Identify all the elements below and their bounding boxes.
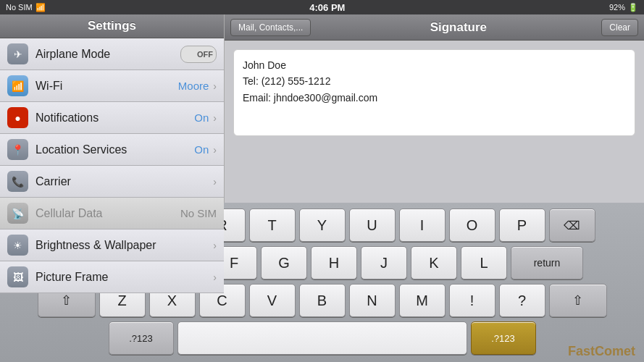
key-space[interactable] xyxy=(177,321,467,355)
right-header: Mail, Contacts,... Signature Clear xyxy=(225,14,644,41)
settings-item-brightness[interactable]: ☀ Brightness & Wallpaper › xyxy=(0,230,224,261)
wifi-value: Moore xyxy=(178,80,209,92)
key-backspace[interactable]: ⌫ xyxy=(549,209,595,242)
notifications-icon: ● xyxy=(7,107,28,128)
cellular-icon: 📡 xyxy=(7,203,28,224)
location-chevron: › xyxy=(213,144,217,156)
key-v[interactable]: V xyxy=(249,284,296,317)
battery-icon: 🔋 xyxy=(628,3,638,12)
notifications-value: On xyxy=(194,111,209,124)
battery-label: 92% xyxy=(609,3,625,12)
key-k[interactable]: K xyxy=(411,246,457,279)
key-u[interactable]: U xyxy=(349,209,396,242)
settings-item-location[interactable]: 📍 Location Services On › xyxy=(0,134,224,166)
key-n[interactable]: N xyxy=(349,284,396,317)
right-panel: Mail, Contacts,... Signature Clear John … xyxy=(225,14,644,203)
airplane-icon: ✈ xyxy=(7,43,28,64)
key-i[interactable]: I xyxy=(399,209,446,242)
key-shift-right[interactable]: ⇧ xyxy=(549,284,607,317)
settings-item-pictureframe[interactable]: 🖼 Picture Frame › xyxy=(0,261,224,293)
panel-title: Signature xyxy=(315,20,601,35)
status-bar: No SIM 📶 4:06 PM 92% 🔋 xyxy=(0,0,644,14)
carrier-chevron: › xyxy=(213,176,217,188)
pictureframe-label: Picture Frame xyxy=(35,271,209,284)
brightness-icon: ☀ xyxy=(7,235,28,256)
settings-item-airplane[interactable]: ✈ Airplane Mode OFF xyxy=(0,38,224,70)
location-icon: 📍 xyxy=(7,139,28,160)
key-h[interactable]: H xyxy=(311,246,357,279)
signature-line2: Tel: (212) 555-1212 xyxy=(243,73,626,89)
settings-item-carrier[interactable]: 📞 Carrier › xyxy=(0,166,224,198)
airplane-toggle[interactable]: OFF xyxy=(180,46,217,63)
location-label: Location Services xyxy=(35,143,194,156)
key-g[interactable]: G xyxy=(261,246,307,279)
notifications-label: Notifications xyxy=(35,111,194,125)
key-o[interactable]: O xyxy=(449,209,495,242)
pictureframe-chevron: › xyxy=(213,272,217,283)
key-return[interactable]: return xyxy=(511,246,583,279)
cellular-label: Cellular Data xyxy=(35,207,180,220)
carrier-label: Carrier xyxy=(35,175,209,188)
key-numbers-left[interactable]: .?123 xyxy=(109,321,174,355)
cellular-value: No SIM xyxy=(180,207,217,219)
key-p[interactable]: P xyxy=(499,209,545,242)
mail-contacts-tab[interactable]: Mail, Contacts,... xyxy=(230,19,311,36)
status-right: 92% 🔋 xyxy=(609,3,638,12)
key-m[interactable]: M xyxy=(399,284,446,317)
key-question[interactable]: ? xyxy=(499,284,545,317)
key-j[interactable]: J xyxy=(361,246,407,279)
settings-item-wifi[interactable]: 📶 Wi-Fi Moore › xyxy=(0,70,224,102)
settings-panel: Settings ✈ Airplane Mode OFF 📶 Wi-Fi Moo… xyxy=(0,14,225,203)
brightness-label: Brightness & Wallpaper xyxy=(35,239,209,252)
wifi-chevron: › xyxy=(213,80,217,92)
key-y[interactable]: Y xyxy=(299,209,346,242)
key-l[interactable]: L xyxy=(461,246,507,279)
key-exclaim[interactable]: ! xyxy=(449,284,495,317)
settings-header: Settings xyxy=(0,14,224,38)
carrier-label: No SIM xyxy=(6,3,33,12)
time-label: 4:06 PM xyxy=(309,2,345,13)
key-b[interactable]: B xyxy=(299,284,346,317)
main-area: Settings ✈ Airplane Mode OFF 📶 Wi-Fi Moo… xyxy=(0,14,644,203)
key-t[interactable]: T xyxy=(249,209,296,242)
notifications-chevron: › xyxy=(213,112,217,124)
brightness-chevron: › xyxy=(213,240,217,251)
settings-item-notifications[interactable]: ● Notifications On › xyxy=(0,102,224,134)
airplane-label: Airplane Mode xyxy=(35,48,180,61)
carrier-icon: 📞 xyxy=(7,171,28,192)
signature-line1: John Doe xyxy=(243,57,626,73)
settings-list: ✈ Airplane Mode OFF 📶 Wi-Fi Moore › ● xyxy=(0,38,224,293)
location-value: On xyxy=(194,143,209,156)
clear-button[interactable]: Clear xyxy=(601,19,638,36)
keyboard-row-4: .?123 .?123 xyxy=(4,321,640,355)
wifi-label: Wi-Fi xyxy=(35,80,178,93)
key-numbers-right[interactable]: .?123 xyxy=(471,321,536,355)
signature-line3: Email: jhndoe300@gmail.com xyxy=(243,90,626,106)
settings-item-cellular: 📡 Cellular Data No SIM xyxy=(0,198,224,230)
wifi-icon: 📶 xyxy=(7,75,28,96)
pictureframe-icon: 🖼 xyxy=(7,266,28,287)
status-left: No SIM 📶 xyxy=(6,3,46,12)
signature-area: John Doe Tel: (212) 555-1212 Email: jhnd… xyxy=(225,41,644,203)
wifi-icon: 📶 xyxy=(35,3,46,12)
signature-box[interactable]: John Doe Tel: (212) 555-1212 Email: jhnd… xyxy=(233,49,635,136)
